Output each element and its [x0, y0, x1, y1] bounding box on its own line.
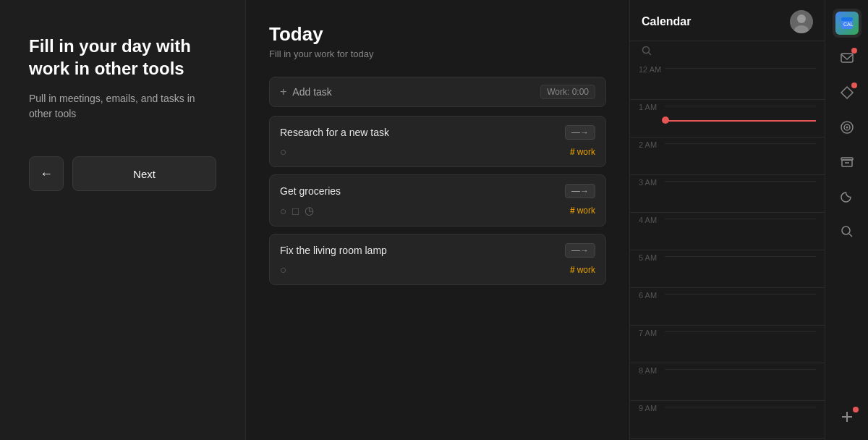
task-header-3: Fix the living room lamp —→: [280, 243, 595, 258]
svg-point-3: [643, 47, 650, 54]
svg-point-16: [842, 227, 850, 234]
next-button[interactable]: Next: [72, 156, 216, 191]
time-label-12am: 12 AM: [639, 62, 665, 74]
today-title: Today: [269, 23, 606, 46]
check-icon-3[interactable]: ○: [280, 263, 286, 276]
current-time-line: [665, 120, 816, 122]
hash-icon-2: #: [570, 206, 575, 216]
check-icon-1[interactable]: ○: [280, 145, 286, 158]
task-title-3: Fix the living room lamp: [280, 245, 387, 256]
target-icon[interactable]: [833, 113, 861, 142]
add-task-label: Add task: [292, 86, 331, 98]
time-slot-12am: 12 AM: [630, 62, 825, 100]
tag-label-3: work: [577, 265, 595, 275]
time-label-9am: 9 AM: [639, 401, 665, 412]
moon-icon[interactable]: [833, 182, 861, 211]
search-icon[interactable]: [833, 217, 861, 246]
calendar-search-row: [630, 41, 825, 62]
task-tag-3: # work: [570, 265, 595, 275]
calendar-title: Calendar: [642, 15, 691, 28]
task-menu-btn-3[interactable]: —→: [565, 243, 595, 258]
plus-icon: +: [280, 85, 286, 98]
gmail-icon[interactable]: [833, 43, 861, 72]
panel-description: Pull in meetings, emails, and tasks in o…: [29, 91, 216, 122]
task-title-2: Get groceries: [280, 185, 341, 197]
gmail-notification-dot: [851, 48, 857, 54]
task-icons-2: ○ □ ◷: [280, 204, 314, 217]
calendar-header: Calendar: [630, 0, 825, 41]
nav-buttons: ← Next: [29, 156, 216, 191]
tag-label-2: work: [577, 206, 595, 216]
time-slot-4am: 4 AM: [630, 213, 825, 250]
today-header: Today Fill in your work for today: [269, 23, 606, 59]
svg-line-4: [649, 53, 652, 56]
time-label-4am: 4 AM: [639, 213, 665, 224]
task-card-2: Get groceries —→ ○ □ ◷ # work: [269, 174, 606, 227]
task-icons-1: ○: [280, 145, 286, 158]
add-button[interactable]: [833, 402, 861, 431]
right-sidebar: CAL: [825, 0, 868, 440]
time-slot-5am: 5 AM: [630, 250, 825, 288]
hash-icon-1: #: [570, 147, 575, 157]
task-tag-1: # work: [570, 147, 595, 157]
svg-text:CAL: CAL: [843, 22, 854, 27]
time-label-7am: 7 AM: [639, 326, 665, 337]
svg-marker-9: [841, 87, 853, 98]
svg-point-12: [846, 127, 848, 129]
time-slot-2am: 2 AM: [630, 138, 825, 175]
task-menu-btn-2[interactable]: —→: [565, 184, 595, 198]
task-header-2: Get groceries —→: [280, 184, 595, 198]
task-header-1: Research for a new task —→: [280, 125, 595, 140]
time-label-2am: 2 AM: [639, 138, 665, 149]
add-notification-dot: [853, 407, 859, 412]
svg-rect-8: [841, 54, 853, 62]
time-slot-9am: 9 AM: [630, 401, 825, 439]
check-icon-2[interactable]: ○: [280, 205, 286, 217]
calendar-app-icon[interactable]: CAL: [833, 9, 861, 38]
hash-icon-3: #: [570, 265, 575, 275]
diamond-icon[interactable]: [833, 78, 861, 107]
add-task-left: + Add task: [280, 85, 332, 98]
task-card-1: Research for a new task —→ ○ # work: [269, 116, 606, 167]
task-footer-1: ○ # work: [280, 145, 595, 158]
clock-icon-2: ◷: [305, 204, 314, 217]
calendar-panel: Calendar 12 AM 1 AM 2 AM: [629, 0, 825, 440]
panel-title: Fill in your day with work in other tool…: [29, 35, 216, 80]
time-label-3am: 3 AM: [639, 175, 665, 187]
tag-label-1: work: [577, 147, 595, 157]
task-card-3: Fix the living room lamp —→ ○ # work: [269, 234, 606, 285]
time-slot-3am: 3 AM: [630, 175, 825, 213]
today-subtitle: Fill in your work for today: [269, 48, 606, 59]
task-menu-btn-1[interactable]: —→: [565, 125, 595, 140]
time-slot-8am: 8 AM: [630, 363, 825, 401]
svg-rect-6: [841, 17, 853, 21]
calendar-scroll[interactable]: 12 AM 1 AM 2 AM 3 AM 4 AM 5 AM: [630, 62, 825, 440]
time-slot-1am: 1 AM: [630, 100, 825, 138]
task-footer-3: ○ # work: [280, 263, 595, 276]
diamond-notification-dot: [851, 82, 857, 88]
time-label-5am: 5 AM: [639, 250, 665, 262]
current-time-dot: [662, 117, 669, 124]
main-content: Today Fill in your work for today + Add …: [246, 0, 629, 440]
left-panel: Fill in your day with work in other tool…: [0, 0, 246, 440]
time-slot-7am: 7 AM: [630, 326, 825, 363]
time-slot-6am: 6 AM: [630, 288, 825, 326]
svg-line-17: [849, 234, 852, 237]
add-task-bar[interactable]: + Add task Work: 0:00: [269, 77, 606, 107]
task-title-1: Research for a new task: [280, 127, 389, 138]
user-avatar[interactable]: [790, 10, 813, 33]
task-tag-2: # work: [570, 206, 595, 216]
calendar-icon-2: □: [292, 205, 299, 217]
task-icons-3: ○: [280, 263, 286, 276]
back-button[interactable]: ←: [29, 156, 64, 191]
work-time-badge: Work: 0:00: [540, 85, 595, 99]
app-icon-inner: CAL: [835, 12, 859, 35]
archive-icon[interactable]: [833, 148, 861, 177]
time-label-8am: 8 AM: [639, 363, 665, 375]
svg-point-1: [797, 14, 806, 23]
time-label-1am: 1 AM: [639, 100, 665, 111]
time-label-6am: 6 AM: [639, 288, 665, 300]
task-footer-2: ○ □ ◷ # work: [280, 204, 595, 217]
